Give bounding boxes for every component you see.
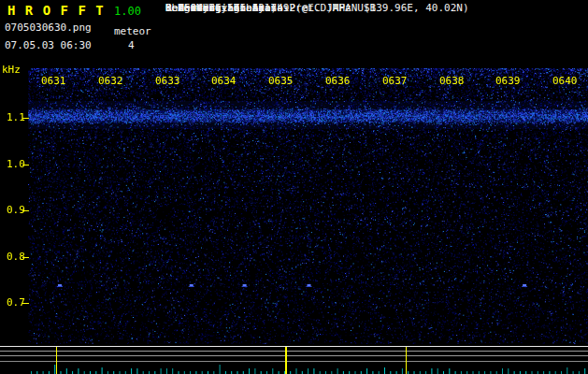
time-label: 0635 bbox=[268, 75, 294, 87]
freq-unit-label: kHz bbox=[2, 64, 21, 76]
time-label: 0640 bbox=[552, 75, 578, 87]
spectrogram-plot: kHz 063106320633063406350636063706380639… bbox=[0, 64, 588, 346]
freq-tick bbox=[22, 118, 29, 119]
time-label: 0633 bbox=[155, 75, 180, 87]
output-filename: 0705030630.png bbox=[5, 22, 92, 34]
time-label: 0636 bbox=[325, 75, 351, 87]
signal-level-canvas bbox=[0, 346, 588, 374]
freq-tick bbox=[22, 303, 29, 304]
freq-tick bbox=[22, 257, 29, 258]
freq-tick bbox=[22, 165, 29, 165]
hrofft-window: H R O F F T 1.00 0705030630.png meteor 0… bbox=[0, 0, 588, 374]
meteor-count: 4 bbox=[128, 39, 135, 51]
time-label: 0638 bbox=[439, 75, 465, 87]
time-label: 0634 bbox=[211, 75, 237, 87]
time-label: 0639 bbox=[495, 75, 521, 87]
signal-level-panel bbox=[0, 346, 588, 374]
app-title: H R O F F T bbox=[7, 3, 105, 18]
time-label: 0631 bbox=[41, 75, 66, 87]
info-value: : A504HB(yagi 4el) bbox=[165, 3, 277, 15]
observation-info: Observer: Masayuki KobayashiReceiving Lo… bbox=[165, 3, 588, 51]
time-label: 0632 bbox=[98, 75, 123, 87]
freq-tick bbox=[22, 210, 29, 211]
mode-label: meteor bbox=[114, 25, 151, 37]
time-label: 0637 bbox=[382, 75, 408, 87]
app-version: 1.00 bbox=[114, 5, 141, 18]
observation-datetime: 07.05.03 06:30 bbox=[5, 39, 92, 51]
spectrogram-canvas bbox=[0, 64, 588, 346]
